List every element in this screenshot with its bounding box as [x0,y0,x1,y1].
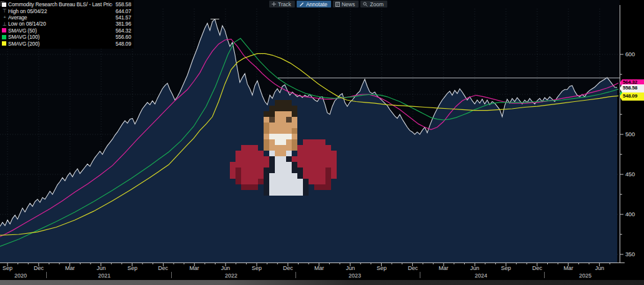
smavg100-swatch-icon [2,35,6,39]
legend-value: 558.58 [112,1,131,8]
high-marker-icon: ⊤ [2,8,7,14]
x-axis-year-label: 2022 [219,272,244,279]
year-divider [295,272,296,278]
legend-row-last-price[interactable]: Commodity Research Bureau BLS/ - Last Pr… [2,1,131,8]
price-axis-badge: 558.58 [620,84,644,92]
y-axis-tick-label: 350 [625,251,644,258]
x-axis-quarter-label: Jun [92,265,111,271]
x-axis-year-label: 2025 [573,272,598,279]
x-axis-year-label: 2024 [468,272,493,279]
legend-row-low[interactable]: ⊥ Low on 08/14/20 381.96 [2,21,131,27]
x-axis-quarter-label: Sep [247,265,266,271]
news-button[interactable]: News [333,1,359,8]
y-axis-tick-label: 600 [625,51,644,58]
pencil-icon [299,2,304,7]
legend-label: Low on 08/14/20 [8,21,112,27]
year-divider [46,272,47,278]
x-axis-quarter-label: Dec [29,265,48,271]
x-axis-quarter-label: Jun [465,265,484,271]
x-axis-quarter-label: Sep [372,265,391,271]
x-axis-year-label: 2020 [8,272,33,279]
news-icon [335,2,340,7]
legend-label: SMAVG (200) [8,41,112,47]
chart-toolbar: Track Annotate News Zoom [269,1,387,8]
legend-label: SMAVG (50) [8,28,112,34]
x-axis-quarter-label: Jun [341,265,360,271]
x-axis-quarter-label: Dec [279,265,297,271]
y-axis-tick-label: 450 [625,171,644,178]
legend-value: 644.07 [112,8,131,14]
magnifier-icon [363,2,368,7]
track-button-label: Track [278,1,291,8]
crosshair-icon [272,2,276,6]
x-axis-year-label: 2023 [342,272,367,279]
legend-value: 541.57 [112,14,131,21]
x-axis-quarter-label: Mar [434,265,453,271]
x-axis-quarter-label: Mar [310,265,329,271]
track-button[interactable]: Track [269,1,295,8]
legend-label: SMAVG (100) [8,34,112,40]
legend-value: 556.60 [112,34,131,40]
news-button-label: News [342,1,355,8]
legend-value: 381.96 [112,21,131,27]
x-axis-quarter-label: Sep [0,265,17,271]
bloomberg-chart-window: Commodity Research Bureau BLS/ - Last Pr… [0,0,644,285]
legend-value: 564.32 [112,28,131,34]
x-axis-year-label: 2021 [92,272,117,279]
legend-row-smavg50[interactable]: SMAVG (50) 564.32 [2,28,131,34]
x-axis-quarter-label: Mar [61,265,79,271]
legend-row-average[interactable]: + Average 541.57 [2,14,131,21]
average-marker-icon: + [2,14,7,20]
x-axis-quarter-label: Jun [216,265,235,271]
bottom-window-edge [0,280,644,285]
legend-value: 548.09 [112,41,131,47]
legend-row-high[interactable]: ⊤ High on 05/04/22 644.07 [2,8,131,14]
x-axis-quarter-label: Sep [123,265,142,271]
x-axis-quarter-label: Sep [497,265,515,271]
zoom-button-label: Zoom [370,1,384,8]
year-divider [544,272,545,278]
x-axis-quarter-label: Dec [154,265,172,271]
legend-row-smavg200[interactable]: SMAVG (200) 548.09 [2,40,131,46]
zoom-button[interactable]: Zoom [360,1,387,8]
annotate-button-label: Annotate [306,1,327,8]
year-divider [171,272,172,278]
legend-label: Commodity Research Bureau BLS/ - Last Pr… [8,1,112,8]
price-axis-badge: 548.09 [620,92,644,101]
annotate-button[interactable]: Annotate [297,1,331,8]
smavg200-swatch-icon [2,41,6,46]
smavg50-swatch-icon [2,28,6,32]
x-axis-quarter-label: Mar [559,265,578,271]
x-axis-quarter-label: Dec [528,265,547,271]
year-divider [420,272,420,278]
panel-corner-icon [1,1,4,6]
legend-label: High on 05/04/22 [8,8,112,14]
y-axis-tick-label: 500 [625,131,644,138]
x-axis-quarter-label: Mar [185,265,204,271]
x-axis-quarter-label: Dec [404,265,422,271]
low-marker-icon: ⊥ [2,21,7,27]
y-axis-tick-label: 400 [625,211,644,218]
legend-label: Average [8,14,112,21]
legend-row-smavg100[interactable]: SMAVG (100) 556.60 [2,34,131,40]
chart-legend: Commodity Research Bureau BLS/ - Last Pr… [0,0,134,49]
x-axis-quarter-label: Jun [590,265,609,271]
